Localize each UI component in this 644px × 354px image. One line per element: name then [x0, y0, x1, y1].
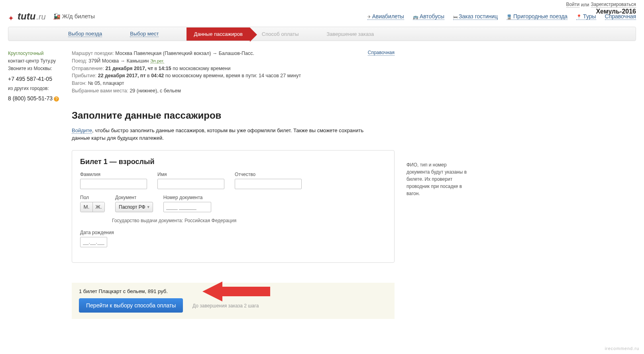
- bus-icon: 🚌: [413, 14, 418, 19]
- nav-avia[interactable]: ✈Авиабилеты: [367, 13, 404, 20]
- field-lastname: Фамилия: [80, 172, 147, 189]
- arr-time: 04:42: [151, 73, 164, 78]
- nav-tours-label: Туры: [583, 13, 596, 20]
- train-value: 379Й Москва → Камышин: [88, 58, 149, 64]
- checkout-bar: 1 билет Плацкарт с бельем, 891 руб. Пере…: [72, 283, 395, 319]
- phone-moscow: +7 495 587-41-05: [8, 74, 60, 83]
- step-finish: Завершение заказа: [327, 31, 374, 37]
- route-value: Москва Павелецкая (Павелецкий вокзал) → …: [115, 51, 254, 56]
- help-link[interactable]: Справочная: [368, 50, 395, 56]
- aside-tip: ФИО, тип и номер документа будут указаны…: [406, 50, 470, 319]
- nav-avia-label: Авиабилеты: [372, 13, 404, 20]
- field-patronym: Отчество: [235, 172, 302, 189]
- arr-tail: по московскому времени, время в пути: 14…: [165, 73, 301, 78]
- step-train[interactable]: Выбор поезда: [68, 31, 102, 37]
- phone-other-text: 8 (800) 505-51-73: [8, 95, 53, 102]
- doc-number-input[interactable]: [163, 202, 211, 212]
- field-document: Документ Паспорт РФ: [115, 195, 153, 212]
- main-content: Справочная Маршрут поездки: Москва Павел…: [72, 50, 395, 319]
- document-label: Документ: [115, 195, 153, 200]
- login-hint-text: , чтобы быстро заполнить данные пассажир…: [72, 127, 363, 141]
- train-label: Поезд:: [72, 58, 87, 64]
- dob-input[interactable]: [80, 237, 107, 247]
- login-inline-link[interactable]: Войдите: [72, 127, 92, 134]
- section-title: 🚂 Ж/д билеты: [53, 13, 95, 20]
- logo-icon: ✦: [8, 14, 17, 23]
- dep-date: 21 декабря 2017, чт: [106, 66, 153, 71]
- nav-tours[interactable]: 📍Туры: [576, 13, 596, 20]
- dep-in: в: [155, 66, 157, 71]
- dob-label: Дата рождения: [80, 230, 114, 235]
- phone-other: 8 (800) 505-51-73?: [8, 94, 60, 103]
- arr-date: 22 декабря 2017, пт: [98, 73, 146, 78]
- help-icon[interactable]: ?: [54, 96, 59, 102]
- route-label: Маршрут поездки:: [72, 51, 114, 56]
- step-passengers: Данные пассажиров: [187, 27, 249, 41]
- seats-value: 29 (нижнее), с бельем: [130, 88, 181, 94]
- proceed-button[interactable]: Перейти к выбору способа оплаты: [79, 298, 183, 313]
- doc-number-label: Номер документа: [163, 195, 211, 200]
- red-arrow-annotation: [202, 280, 274, 305]
- pin-icon: 📍: [576, 14, 582, 19]
- firstname-input[interactable]: [157, 179, 224, 189]
- logo[interactable]: ✦ tutu.ru: [8, 11, 46, 22]
- top-or: или: [581, 2, 589, 8]
- sidebar-from-moscow: Звоните из Москвы:: [8, 65, 60, 72]
- dep-label: Отправление:: [72, 66, 104, 71]
- nav-suburban-label: Пригородные поезда: [513, 13, 567, 20]
- patronym-input[interactable]: [235, 179, 302, 189]
- nav-hotel-label: Заказ гостиниц: [459, 13, 498, 20]
- page-title: Заполните данные пассажиров: [72, 110, 395, 121]
- top-bar: Войти или Зарегистрироваться: [0, 0, 644, 8]
- overlay-annotation: Хемуль-2016: [596, 8, 636, 15]
- seats-label: Выбранные вами места:: [72, 88, 128, 94]
- sidebar-green: Круглосуточный: [8, 50, 60, 57]
- wagon-value: № 05, плацкарт: [88, 80, 124, 86]
- logo-text-tutu: tutu: [18, 11, 35, 22]
- train-icon: 🚂: [53, 13, 61, 20]
- lastname-label: Фамилия: [80, 172, 147, 177]
- nav-hotel[interactable]: 🛏Заказ гостиниц: [453, 13, 498, 20]
- dep-tail: по московскому времени: [173, 66, 230, 71]
- section-title-text: Ж/д билеты: [62, 13, 95, 20]
- ereg-link[interactable]: Эл.рег.: [150, 59, 164, 64]
- nav-bus[interactable]: 🚌Автобусы: [413, 13, 444, 20]
- train-icon: 🚆: [507, 14, 512, 19]
- nav-bus-label: Автобусы: [420, 13, 444, 20]
- step-seats[interactable]: Выбор мест: [130, 31, 159, 37]
- header: ✦ tutu.ru 🚂 Ж/д билеты ✈Авиабилеты 🚌Авто…: [0, 8, 644, 24]
- sidebar-other: из других городов:: [8, 85, 60, 92]
- plane-icon: ✈: [367, 14, 371, 19]
- field-gender: Пол М. Ж.: [80, 195, 105, 212]
- ticket-form: Билет 1 — взрослый Фамилия Имя Отчество …: [72, 150, 395, 263]
- logo-text-ru: .ru: [36, 12, 45, 22]
- field-doc-number: Номер документа: [163, 195, 211, 212]
- arr-label: Прибытие:: [72, 73, 96, 78]
- firstname-label: Имя: [157, 172, 224, 177]
- bed-icon: 🛏: [453, 14, 457, 19]
- field-firstname: Имя: [157, 172, 224, 189]
- arr-in: в: [147, 73, 150, 78]
- wagon-label: Вагон:: [72, 80, 86, 86]
- patronym-label: Отчество: [235, 172, 302, 177]
- gender-f-button[interactable]: Ж.: [92, 202, 104, 212]
- login-link[interactable]: Войти: [566, 2, 580, 8]
- gender-label: Пол: [80, 195, 105, 200]
- login-hint: Войдите, чтобы быстро заполнить данные п…: [72, 127, 375, 142]
- field-dob: Дата рождения: [80, 230, 114, 247]
- step-payment: Способ оплаты: [262, 31, 299, 37]
- doc-issuer: Государство выдачи документа: Российская…: [112, 218, 386, 223]
- trip-summary: Маршрут поездки: Москва Павелецкая (Паве…: [72, 50, 395, 95]
- progress-steps: Выбор поезда Выбор мест Данные пассажиро…: [8, 27, 636, 41]
- register-link[interactable]: Зарегистрироваться: [591, 2, 636, 8]
- gender-m-button[interactable]: М.: [80, 202, 92, 212]
- sidebar-center: контакт-центр Туту.ру: [8, 57, 60, 65]
- dep-time: 14:15: [159, 66, 171, 71]
- contact-sidebar: Круглосуточный контакт-центр Туту.ру Зво…: [8, 50, 60, 319]
- lastname-input[interactable]: [80, 179, 147, 189]
- document-select[interactable]: Паспорт РФ: [115, 202, 153, 212]
- nav-suburban[interactable]: 🚆Пригородные поезда: [507, 13, 567, 20]
- svg-marker-0: [202, 282, 270, 301]
- ticket-title: Билет 1 — взрослый: [80, 158, 386, 166]
